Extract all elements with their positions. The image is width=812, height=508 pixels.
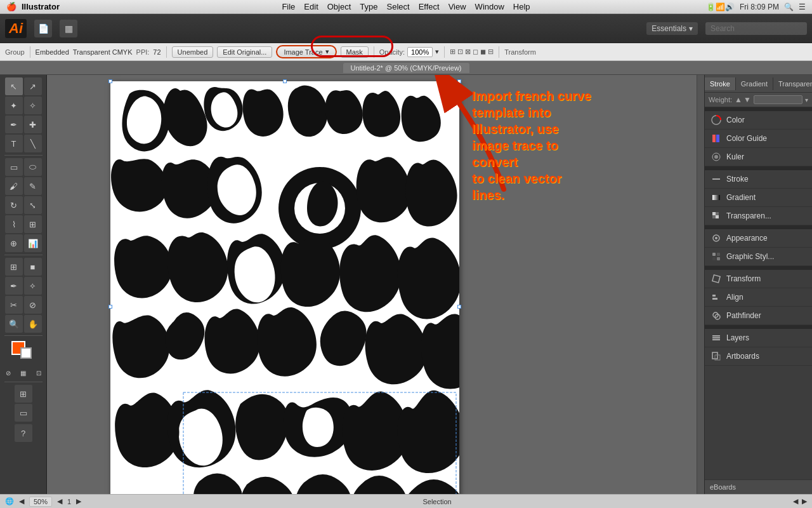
drawing-mode-button[interactable]: ⊞ <box>15 385 32 403</box>
canvas-area[interactable]: Import french curve template into Illust… <box>47 75 704 494</box>
appearance-panel[interactable]: Appearance <box>705 229 812 248</box>
weight-input[interactable] <box>754 95 802 104</box>
type-tool[interactable]: T <box>5 135 23 152</box>
weight-up-icon[interactable]: ▲ <box>735 95 742 104</box>
opacity-input[interactable] <box>407 47 433 57</box>
edit-original-button[interactable]: Edit Original... <box>217 46 272 58</box>
selection-handle-tl[interactable] <box>108 79 112 83</box>
menu-effect[interactable]: Effect <box>419 2 440 11</box>
artboards-panel[interactable]: Artboards <box>705 347 812 366</box>
ppi-label: PPI: <box>136 48 150 56</box>
menu-edit[interactable]: Edit <box>304 2 318 11</box>
scissors-tool[interactable]: ✂ <box>5 296 23 314</box>
pen-tool[interactable]: ✒ <box>5 116 23 133</box>
page-next-icon[interactable]: ▶ <box>76 497 81 505</box>
gradient-label: Gradient <box>726 193 756 202</box>
toolbar-options[interactable]: ▦ <box>60 20 77 37</box>
transparency-panel[interactable]: Transparen... <box>705 207 812 225</box>
selection-handle-mr[interactable] <box>457 305 461 309</box>
column-graph-tool[interactable]: 📊 <box>24 234 42 252</box>
color-pattern-icon[interactable]: ⊡ <box>32 366 45 379</box>
lasso-tool[interactable]: ✦ <box>5 97 23 114</box>
rotate-tool[interactable]: ↻ <box>5 196 23 214</box>
ppi-value: 72 <box>153 48 160 56</box>
menu-file[interactable]: File <box>282 2 295 11</box>
paintbrush-tool[interactable]: 🖌 <box>5 177 23 195</box>
mode-tools: ⊞ <box>15 385 32 403</box>
image-trace-button[interactable]: Image Trace ▾ <box>276 45 336 58</box>
search-input[interactable] <box>705 22 807 35</box>
graphic-styles-panel[interactable]: Graphic Styl... <box>705 248 812 266</box>
bottom-nav-left[interactable]: ◀ <box>793 497 798 505</box>
help-button[interactable]: ? <box>15 424 32 442</box>
free-transform-tool[interactable]: ⊞ <box>24 215 42 233</box>
symbol-sprayer-tool[interactable]: ⊕ <box>5 234 23 252</box>
svg-rect-6 <box>716 135 719 142</box>
mask-button[interactable]: Mask <box>341 46 369 58</box>
color-swatches[interactable] <box>11 341 36 361</box>
selection-handle-tr[interactable] <box>457 79 461 83</box>
rectangle-tool[interactable]: ▭ <box>5 158 23 176</box>
menu-select[interactable]: Select <box>387 2 410 11</box>
essentials-dropdown[interactable]: Essentials ▾ <box>646 22 698 35</box>
add-anchor-tool[interactable]: ✚ <box>24 116 42 133</box>
weight-down-icon[interactable]: ▼ <box>743 95 751 104</box>
eyedropper-tool[interactable]: ✒ <box>5 277 23 295</box>
document-tab[interactable]: Untitled-2* @ 50% (CMYK/Preview) <box>0 61 812 75</box>
color-gradient-icon[interactable]: ▦ <box>17 366 30 379</box>
align-panel[interactable]: Align <box>705 288 812 307</box>
kuler-panel[interactable]: Kuler <box>705 148 812 166</box>
stroke-tab[interactable]: Stroke <box>705 77 736 90</box>
transform-label[interactable]: Transform <box>504 48 536 56</box>
transform-panel[interactable]: Transform <box>705 270 812 288</box>
menu-view[interactable]: View <box>449 2 466 11</box>
menu-type[interactable]: Type <box>360 2 377 11</box>
gradient-tab[interactable]: Gradient <box>736 77 773 90</box>
opacity-arrow-icon[interactable]: ▾ <box>435 48 439 56</box>
zoom-tool[interactable]: 🔍 <box>5 315 23 333</box>
dropdown-arrow-icon: ▾ <box>325 48 329 56</box>
scale-tool[interactable]: ⤡ <box>24 196 42 214</box>
gradient-tool[interactable]: ■ <box>24 258 42 276</box>
scroll-left-icon[interactable]: ◀ <box>19 497 24 505</box>
weight-dropdown-icon[interactable]: ▾ <box>805 97 808 104</box>
selection-handle-tm[interactable] <box>283 79 287 83</box>
warp-tool[interactable]: ⌇ <box>5 215 23 233</box>
magic-wand-tool[interactable]: ✧ <box>24 97 42 114</box>
bottom-nav-right[interactable]: ▶ <box>802 497 807 505</box>
direct-selection-tool[interactable]: ↗ <box>24 77 42 95</box>
hand-tool[interactable]: ✋ <box>24 315 42 333</box>
transparency-tab[interactable]: Transparenc... <box>773 77 812 90</box>
unembed-button[interactable]: Unembed <box>172 46 214 58</box>
color-panel[interactable]: Color <box>705 111 812 130</box>
menu-object[interactable]: Object <box>327 2 351 11</box>
screen-mode-button[interactable]: ▭ <box>15 404 32 422</box>
eraser-tool[interactable]: ⊘ <box>24 296 42 314</box>
layers-panel[interactable]: Layers <box>705 329 812 347</box>
mesh-tool[interactable]: ⊞ <box>5 258 23 276</box>
artboards-mini-button[interactable]: eBoards <box>705 479 812 494</box>
search-icon[interactable]: 🔍 <box>784 3 794 11</box>
blend-tool[interactable]: ⟡ <box>24 277 42 295</box>
ellipse-tool[interactable]: ⬭ <box>24 158 42 176</box>
vertical-scrollbar[interactable] <box>697 75 704 494</box>
menu-icon[interactable]: ☰ <box>799 3 806 11</box>
color-guide-panel[interactable]: Color Guide <box>705 130 812 148</box>
window-controls[interactable]: 🍎 Illustrator <box>6 2 60 11</box>
selection-tool[interactable]: ↖ <box>5 77 23 95</box>
selection-handle-ml[interactable] <box>108 305 112 309</box>
pencil-tool[interactable]: ✎ <box>24 177 42 195</box>
menu-help[interactable]: Help <box>513 2 530 11</box>
pathfinder-panel[interactable]: Pathfinder <box>705 307 812 325</box>
new-doc-button[interactable]: 📄 <box>34 20 52 37</box>
color-none-icon[interactable]: ⊘ <box>2 366 15 379</box>
gradient-panel[interactable]: Gradient <box>705 189 812 207</box>
stroke-panel[interactable]: Stroke <box>705 170 812 189</box>
page-prev-icon[interactable]: ◀ <box>57 497 62 505</box>
line-tool[interactable]: ╲ <box>24 135 42 152</box>
weight-stepper[interactable]: ▲ ▼ <box>735 95 751 104</box>
menu-window[interactable]: Window <box>475 2 504 11</box>
doc-info-icon[interactable]: 🌐 <box>5 497 14 505</box>
background-color[interactable] <box>20 347 32 359</box>
zoom-value[interactable]: 50% <box>29 497 52 507</box>
